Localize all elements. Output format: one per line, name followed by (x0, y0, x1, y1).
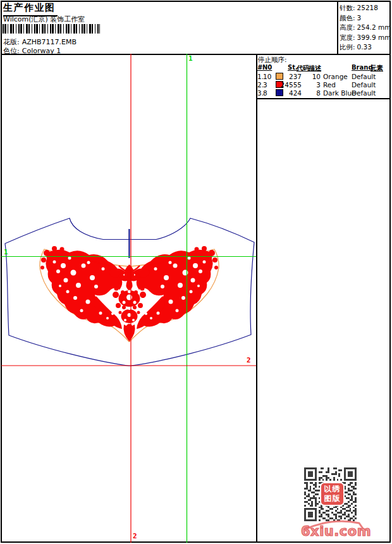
needle-number: 8 (263, 89, 267, 97)
embroidery-design (40, 246, 218, 342)
thread-brand: Default (352, 81, 376, 89)
red-vertical-guide-label: 2 (133, 533, 137, 540)
color-description: Orange (323, 73, 348, 80)
scale-row: 比例:0.33 (340, 42, 391, 53)
color-count-row: 颜色:3 (340, 13, 391, 23)
red-horizontal-guide-label: 2 (247, 357, 251, 364)
color-code: 10 (307, 73, 321, 80)
col-header-element: 元素 (371, 64, 383, 73)
stop-sequence-title: 停止顺序: (258, 56, 287, 65)
summary-divider-line (337, 1, 338, 54)
stitch-count-row: 针数:25218 (340, 3, 391, 13)
watermark-site: 6xiu.com (301, 524, 371, 539)
center-front-mark (128, 229, 130, 258)
color-code: 3 (307, 81, 321, 89)
studio-name: Wilcom(汇京) 装饰工作室 (3, 15, 85, 24)
needle-number: 10 (263, 73, 271, 80)
color-description: Red (323, 81, 336, 89)
thread-brand: Default (352, 89, 376, 97)
green-horizontal-guide-label: 1 (4, 249, 8, 256)
right-column-divider-line (256, 54, 257, 543)
design-barcode (3, 24, 100, 34)
needle-number: 3 (263, 81, 267, 89)
stitch-count: 24555 (280, 81, 302, 89)
production-worksheet: { "header": { "title": "生产作业图", "studio"… (0, 0, 392, 544)
color-description: Dark Blue (323, 89, 356, 97)
design-file-row: 花版:AZHB7117.EMB (3, 37, 77, 47)
design-file-value: AZHB7117.EMB (22, 38, 77, 46)
green-vertical-guide-label: 1 (188, 56, 193, 62)
design-file-label: 花版: (3, 38, 20, 46)
col-header-code: 代码 (297, 64, 309, 73)
thread-brand: Default (352, 73, 376, 80)
design-canvas (1, 54, 256, 543)
table-bottom-line (257, 98, 391, 99)
design-summary-box: 针数:25218 颜色:3 高度:254.2 mm 宽度:399.9 mm 比例… (340, 3, 391, 53)
color-code: 8 (307, 89, 321, 97)
col-header-brand: Brand (352, 64, 373, 71)
stitch-count: 424 (280, 89, 302, 97)
height-row: 高度:254.2 mm (340, 23, 391, 33)
stitch-count: 237 (280, 73, 302, 80)
stamp-top-characters: 以绣 (324, 485, 341, 493)
stamp-bottom-characters: 图版 (324, 495, 341, 503)
width-row: 宽度:399.9 mm (340, 33, 391, 43)
col-header-description: 描述 (309, 64, 321, 73)
col-header-needle: N0 (262, 64, 272, 71)
watermark-stamp: 以绣 图版 (321, 483, 343, 505)
